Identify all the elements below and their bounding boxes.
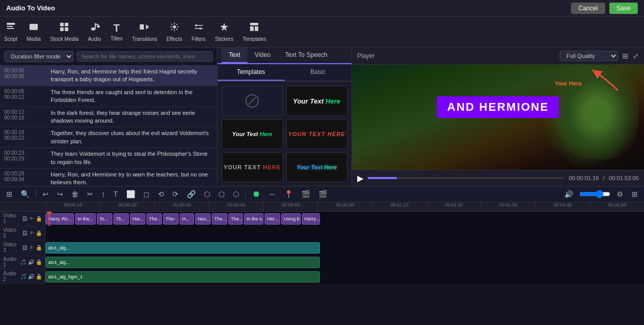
volume-slider[interactable] [579,190,610,198]
template-card-2[interactable]: Your Text Here [222,119,283,149]
toolbar-transitions[interactable]: Transitions [132,22,157,42]
timeline-clip[interactable]: In the n... [244,213,264,225]
toolbar-script[interactable]: Script [4,22,18,42]
template-card-empty[interactable] [222,86,283,116]
tl-settings-icon[interactable]: ⚙ [614,189,625,199]
script-row[interactable]: 00:00:2300:00:29 They learn Voldemort is… [0,148,217,169]
toolbar-titles[interactable]: T Titles [110,22,123,41]
tl-clip2-icon[interactable]: 🎬 [316,189,329,199]
subtab-templates[interactable]: Templates [217,64,285,81]
svg-rect-7 [60,27,64,31]
toolbar-audio[interactable]: Audio [88,22,101,42]
toolbar-transitions-label: Transitions [132,36,157,42]
timeline-clip[interactable]: Nex... [195,213,211,225]
tl-sync-icon[interactable]: ↔ [267,189,278,199]
templates-icon [249,22,259,35]
toolbar-effects[interactable]: Effects [167,22,182,42]
tl-layer-icon[interactable]: ◻ [141,189,152,199]
timeline-clip[interactable]: The- [163,213,179,225]
nav-tab-text[interactable]: Text [222,48,247,63]
tl-move-icon[interactable]: ↕ [99,189,107,199]
timeline-clip[interactable]: atv1_alg_bgm_1 [46,271,320,283]
timeline-clip[interactable]: atv1_alg... [46,242,320,254]
nav-tab-text-to-speech[interactable]: Text To Speech [278,48,335,63]
template-card-5[interactable]: Your Text Here [286,152,348,182]
search-input[interactable] [77,51,213,62]
ruler-tick: 00:00:10 [46,202,100,211]
timeline-clip[interactable]: The... [147,213,162,225]
tl-delete-icon[interactable]: 🗑 [69,189,81,199]
timeline-clip[interactable]: In the... [75,213,96,225]
template-card-4[interactable]: YOUR TEXT HERE [222,152,283,182]
tl-record-icon[interactable]: ⏺ [250,188,262,200]
script-row[interactable]: 00:00:1200:00:18 In the dark forest, the… [0,107,217,128]
tl-cut-icon[interactable]: ✂ [85,189,95,199]
tl-crop-icon[interactable]: ⬜ [124,189,137,199]
track-eye-icon[interactable]: 👁 [29,216,34,221]
track-mute-icon[interactable]: 🔊 [28,259,34,265]
tl-loop-icon[interactable]: ⟲ [156,189,166,199]
tl-zoom-icon[interactable]: 🔍 [19,189,32,199]
template-card-1[interactable]: Your Text Here [286,86,348,116]
timeline-clip[interactable]: The... [212,213,227,225]
timeline-toolbar: ⊞ 🔍 ↩ ↪ 🗑 ✂ ↕ T ⬜ ◻ ⟲ ⟳ 🔗 ⬡ ⬡ ⬡ ⏺ ↔ 📍 🎬 … [0,187,644,202]
play-button[interactable]: ▶ [357,173,363,183]
toolbar-templates[interactable]: Templates [243,22,267,42]
timeline-clip[interactable]: Harry... [302,213,320,225]
tl-marker-icon[interactable]: 📍 [282,189,295,199]
nav-tab-video[interactable]: Video [247,48,277,63]
track-lock-icon[interactable]: 🔒 [36,216,42,221]
tl-reverse-icon[interactable]: ⟳ [170,189,181,199]
track-lock-icon[interactable]: 🔒 [36,230,42,236]
effects-icon [169,22,180,35]
timeline-clip[interactable]: Using b... [281,213,301,225]
timeline-clip[interactable]: Her... [265,213,280,225]
expand-icon[interactable]: ⤢ [633,52,639,60]
tl-link-icon[interactable]: 🔗 [185,189,198,199]
track-lock-icon[interactable]: 🔒 [36,259,42,265]
script-row[interactable]: 00:00:2900:00:34 Harry, Ron, and Hermion… [0,169,217,186]
timeline-clip[interactable]: To... [97,213,112,225]
toolbar-stickers[interactable]: Stickers [215,22,233,42]
subtab-basic[interactable]: Basic [285,64,352,81]
tl-hexagon1-icon[interactable]: ⬡ [202,189,212,199]
timeline-clip[interactable]: atv1_alg... [46,257,320,268]
template-card-6[interactable]: YOUR TEXT HERE [222,185,283,186]
track-lock-icon[interactable]: 🔒 [36,245,42,250]
toolbar-filters[interactable]: Filters [192,22,206,42]
quality-select[interactable]: Full QualityHalf QualityQuarter Quality [560,51,618,61]
mid-panel: Text Video Text To Speech Templates Basi… [217,48,352,186]
template-card-7[interactable]: Your Text Here [286,185,348,186]
tl-redo-icon[interactable]: ↪ [55,189,65,199]
template-card-3[interactable]: YOUR TEXT HERE [286,119,348,149]
toolbar-media[interactable]: Media [27,22,41,42]
cancel-button[interactable]: Cancel [571,3,605,14]
toolbar-stock-media[interactable]: Stock Media [50,22,79,42]
tl-volume-icon[interactable]: 🔊 [562,189,575,199]
templates-grid: Your Text Here Your Text Here YOUR TEXT … [217,82,352,186]
script-row[interactable]: 00:00:0000:00:06 Harry, Ron, and Hermion… [0,66,217,86]
track-eye-icon[interactable]: 👁 [29,230,34,236]
timeline-clip[interactable]: H... [180,213,194,225]
tl-hexagon3-icon[interactable]: ⬡ [231,189,241,199]
timeline-clip[interactable]: Th... [113,213,129,225]
tl-undo-icon[interactable]: ↩ [40,189,51,199]
tl-clip1-icon[interactable]: 🎬 [299,189,312,199]
script-text: In the dark forest, they hear strange no… [51,109,213,125]
tl-grid2-icon[interactable]: ⊞ [630,189,640,199]
tl-text-icon[interactable]: T [111,189,120,199]
progress-bar[interactable] [368,177,565,179]
track-mute-icon[interactable]: 🔊 [28,274,34,279]
fullscreen-icon[interactable]: ⊞ [622,52,628,60]
tl-grid-icon[interactable]: ⊞ [4,189,14,199]
save-button[interactable]: Save [609,3,638,14]
track-eye-icon[interactable]: 👁 [29,245,34,250]
tl-hexagon2-icon[interactable]: ⬡ [216,189,227,199]
timeline-clip[interactable]: Harry, Ro... [46,213,74,225]
track-lock-icon[interactable]: 🔒 [36,274,42,279]
script-row[interactable]: 00:00:1800:00:23 Together, they discover… [0,127,217,148]
timeline-clip[interactable]: The... [228,213,243,225]
script-row[interactable]: 00:00:0600:00:12 The three friends are c… [0,86,217,107]
filter-select[interactable]: Duration filter mode [4,51,74,62]
timeline-clip[interactable]: Har... [130,213,145,225]
